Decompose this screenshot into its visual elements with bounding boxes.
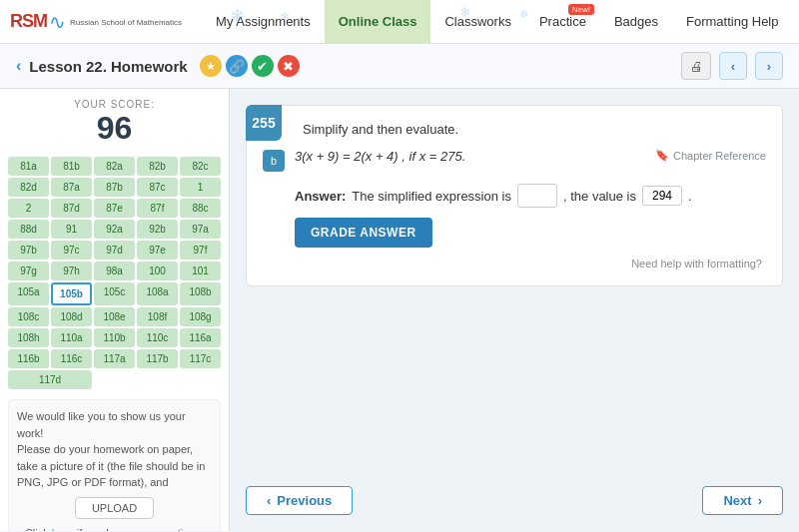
logo: RSM ∿ Russian School of Mathematics xyxy=(10,10,182,34)
grid-item-108a[interactable]: 108a xyxy=(137,282,178,305)
question-number-badge: 255 xyxy=(246,105,282,141)
subheader-right: 🖨 ‹ › xyxy=(681,52,783,80)
next-label: Next xyxy=(723,493,751,508)
grid-item-105b[interactable]: 105b xyxy=(51,282,92,305)
next-button[interactable]: Next › xyxy=(702,486,783,515)
grid-item-117a[interactable]: 117a xyxy=(94,349,135,368)
grid-item-116a[interactable]: 116a xyxy=(180,328,221,347)
grid-item-105c[interactable]: 105c xyxy=(94,282,135,305)
prev-arrow-icon: ‹ xyxy=(267,493,271,508)
grid-item-117d[interactable]: 117d xyxy=(8,370,92,389)
grid-item-81b[interactable]: 81b xyxy=(51,157,92,176)
grid-item-117b[interactable]: 117b xyxy=(137,349,178,368)
grid-item-105a[interactable]: 105a xyxy=(8,282,49,305)
grid-item-88c[interactable]: 88c xyxy=(180,199,221,218)
grid-item-108b[interactable]: 108b xyxy=(180,282,221,305)
grid-item-97d[interactable]: 97d xyxy=(94,241,135,260)
grid-item-108c[interactable]: 108c xyxy=(8,307,49,326)
question-instruction: Simplify and then evaluate. xyxy=(303,122,766,137)
grid-item-97c[interactable]: 97c xyxy=(51,241,92,260)
answer-expression-input[interactable] xyxy=(517,184,557,208)
prev-label: Previous xyxy=(277,493,332,508)
grid-item-1[interactable]: 1 xyxy=(180,178,221,197)
nav-badges[interactable]: Badges xyxy=(600,0,672,43)
grid-item-87b[interactable]: 87b xyxy=(94,178,135,197)
grid-item-108g[interactable]: 108g xyxy=(180,307,221,326)
nav-formatting-help[interactable]: Formatting Help xyxy=(672,0,792,43)
answer-suffix-text: , the value is xyxy=(563,189,636,204)
nav-online-class[interactable]: Online Class xyxy=(325,0,431,43)
nav-my-assignments[interactable]: My Assignments xyxy=(202,0,325,43)
nav-games[interactable]: Games xyxy=(792,0,799,43)
grid-item-110b[interactable]: 110b xyxy=(94,328,135,347)
previous-button[interactable]: ‹ Previous xyxy=(246,486,353,515)
grid-item-116b[interactable]: 116b xyxy=(8,349,49,368)
logo-tagline: Russian School of Mathematics xyxy=(70,19,182,27)
grid-item-98a[interactable]: 98a xyxy=(94,262,135,280)
grid-item-108h[interactable]: 108h xyxy=(8,328,49,347)
grid-item-108d[interactable]: 108d xyxy=(51,307,92,326)
sub-question-text: 3(x + 9) = 2(x + 4) , if x = 275. xyxy=(295,149,645,164)
sub-question: b 3(x + 9) = 2(x + 4) , if x = 275. 🔖 Ch… xyxy=(263,149,766,172)
nav-classworks[interactable]: Classworks xyxy=(430,0,524,43)
answer-prefix-text: The simplified expression is xyxy=(352,189,511,204)
navigation-row: ‹ Previous Next › xyxy=(246,486,783,515)
grid-item-87d[interactable]: 87d xyxy=(51,199,92,218)
grid-item-82a[interactable]: 82a xyxy=(94,157,135,176)
grid-item-88d[interactable]: 88d xyxy=(8,220,49,239)
nav-items: My Assignments Online Class Classworks P… xyxy=(202,0,799,43)
grid-item-116c[interactable]: 116c xyxy=(51,349,92,368)
grid-item-101[interactable]: 101 xyxy=(180,262,221,280)
grid-item-82d[interactable]: 82d xyxy=(8,178,49,197)
print-button[interactable]: 🖨 xyxy=(681,52,711,80)
upload-button[interactable]: UPLOAD xyxy=(75,497,154,519)
grid-item-82b[interactable]: 82b xyxy=(137,157,178,176)
grid-item-108f[interactable]: 108f xyxy=(137,307,178,326)
grid-item-97f[interactable]: 97f xyxy=(180,241,221,260)
grid-item-87e[interactable]: 87e xyxy=(94,199,135,218)
grid-item-92b[interactable]: 92b xyxy=(137,220,178,239)
answer-value-display: 294 xyxy=(642,186,682,206)
answer-label: Answer: xyxy=(295,189,346,204)
right-panel: 255 Simplify and then evaluate. b 3(x + … xyxy=(230,89,799,531)
grid-item-92a[interactable]: 92a xyxy=(94,220,135,239)
grid-item-87f[interactable]: 87f xyxy=(137,199,178,218)
grid-item-97g[interactable]: 97g xyxy=(8,262,49,280)
grid-item-87a[interactable]: 87a xyxy=(51,178,92,197)
grade-answer-button[interactable]: GRADE ANSWER xyxy=(295,218,432,248)
grid-item-110c[interactable]: 110c xyxy=(137,328,178,347)
prev-nav-button[interactable]: ‹ xyxy=(719,52,747,80)
answer-period: . xyxy=(688,189,692,204)
upload-text: We would like you to show us your work! … xyxy=(17,408,212,491)
lesson-title: Lesson 22. Homework xyxy=(29,58,187,75)
equation-text: 3(x + 9) = 2(x + 4) , if x = 275. xyxy=(295,149,465,164)
grid-item-97b[interactable]: 97b xyxy=(8,241,49,260)
sub-question-badge: b xyxy=(263,150,285,172)
grid-item-108e[interactable]: 108e xyxy=(94,307,135,326)
top-navigation: RSM ∿ Russian School of Mathematics ❄ ❄ … xyxy=(0,0,799,44)
logo-rsm: RSM xyxy=(10,11,47,32)
back-arrow[interactable]: ‹ xyxy=(16,57,21,75)
upload-note: Click here if you have any questions. xyxy=(17,525,212,532)
nav-practice[interactable]: Practice New! xyxy=(525,0,600,43)
grid-item-97e[interactable]: 97e xyxy=(137,241,178,260)
grid-item-100[interactable]: 100 xyxy=(137,262,178,280)
score-value: 96 xyxy=(8,110,221,147)
question-card: 255 Simplify and then evaluate. b 3(x + … xyxy=(246,105,783,286)
grid-item-97h[interactable]: 97h xyxy=(51,262,92,280)
grid-item-2[interactable]: 2 xyxy=(8,199,49,218)
grid-item-97a[interactable]: 97a xyxy=(180,220,221,239)
grid-item-91[interactable]: 91 xyxy=(51,220,92,239)
lesson-icons: ★ 🔗 ✔ ✖ xyxy=(200,55,300,77)
logo-wave: ∿ xyxy=(49,10,66,34)
grid-item-82c[interactable]: 82c xyxy=(180,157,221,176)
grid-item-117c[interactable]: 117c xyxy=(180,349,221,368)
blue-icon: 🔗 xyxy=(226,55,248,77)
chapter-reference-link[interactable]: 🔖 Chapter Reference xyxy=(655,149,766,162)
grid-item-87c[interactable]: 87c xyxy=(137,178,178,197)
grid-item-81a[interactable]: 81a xyxy=(8,157,49,176)
grid-item-110a[interactable]: 110a xyxy=(51,328,92,347)
formatting-help-link[interactable]: Need help with formatting? xyxy=(263,258,766,269)
next-nav-button[interactable]: › xyxy=(755,52,783,80)
upload-help-link[interactable]: here xyxy=(52,527,74,532)
